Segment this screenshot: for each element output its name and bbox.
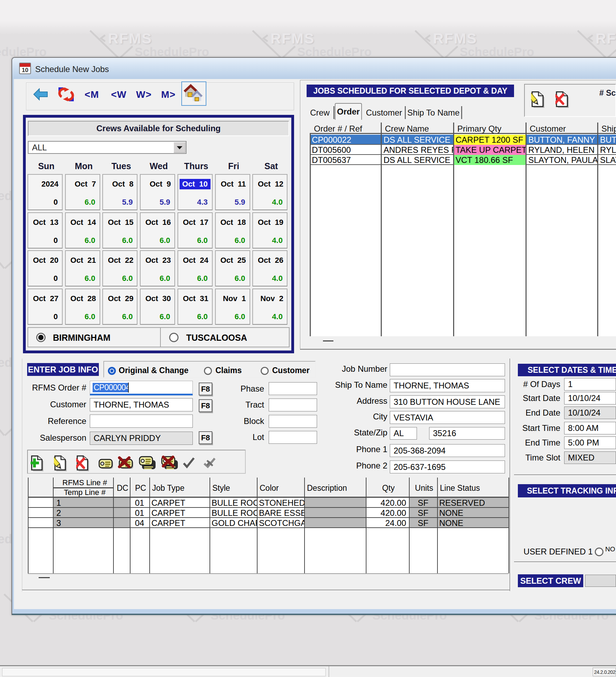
svg-text:SchedulePro: SchedulePro (135, 45, 209, 58)
svg-text:RFMS: RFMS (108, 30, 152, 47)
svg-text:SchedulePro: SchedulePro (297, 45, 372, 58)
svg-text:RFMS: RFMS (595, 30, 616, 47)
svg-text:RFMS: RFMS (270, 30, 315, 47)
svg-text:SchedulePro: SchedulePro (460, 45, 534, 58)
svg-text:SchedulePro: SchedulePro (0, 45, 47, 58)
svg-text:RFMS: RFMS (433, 30, 477, 47)
